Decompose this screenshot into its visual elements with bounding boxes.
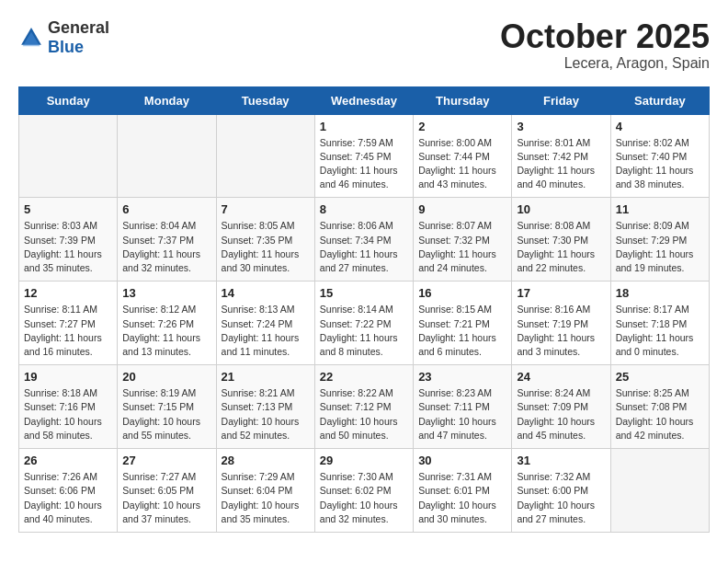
calendar-cell: 15Sunrise: 8:14 AMSunset: 7:22 PMDayligh… [314, 282, 413, 365]
calendar-cell: 29Sunrise: 7:30 AMSunset: 6:02 PMDayligh… [314, 449, 413, 533]
calendar-cell [19, 114, 118, 198]
calendar-cell: 27Sunrise: 7:27 AMSunset: 6:05 PMDayligh… [118, 449, 216, 533]
calendar-cell: 12Sunrise: 8:11 AMSunset: 7:27 PMDayligh… [19, 282, 118, 365]
day-info: Sunrise: 8:08 AMSunset: 7:30 PMDaylight:… [517, 219, 605, 275]
weekday-header: Saturday [610, 86, 709, 114]
day-number: 3 [517, 120, 605, 133]
day-info: Sunrise: 8:09 AMSunset: 7:29 PMDaylight:… [616, 219, 704, 275]
day-info: Sunrise: 8:03 AMSunset: 7:39 PMDaylight:… [24, 219, 112, 275]
day-info: Sunrise: 8:00 AMSunset: 7:44 PMDaylight:… [418, 136, 506, 192]
logo-blue: Blue [48, 38, 84, 56]
day-number: 17 [517, 286, 605, 300]
day-number: 4 [616, 120, 704, 133]
weekday-header: Thursday [414, 86, 512, 114]
calendar-cell: 28Sunrise: 7:29 AMSunset: 6:04 PMDayligh… [216, 449, 314, 533]
calendar-cell: 10Sunrise: 8:08 AMSunset: 7:30 PMDayligh… [512, 198, 610, 282]
calendar-cell [216, 114, 314, 198]
page-header: General Blue October 2025 Lecera, Aragon… [18, 18, 710, 72]
day-number: 8 [320, 202, 408, 216]
calendar-week-row: 19Sunrise: 8:18 AMSunset: 7:16 PMDayligh… [19, 365, 710, 449]
weekday-header: Monday [118, 86, 216, 114]
day-number: 26 [24, 454, 112, 467]
calendar-cell: 20Sunrise: 8:19 AMSunset: 7:15 PMDayligh… [118, 365, 216, 449]
calendar-cell: 22Sunrise: 8:22 AMSunset: 7:12 PMDayligh… [314, 365, 413, 449]
day-number: 11 [616, 202, 704, 216]
day-info: Sunrise: 8:12 AMSunset: 7:26 PMDaylight:… [122, 303, 210, 359]
day-number: 28 [222, 454, 310, 467]
calendar-cell: 5Sunrise: 8:03 AMSunset: 7:39 PMDaylight… [19, 198, 118, 282]
title-block: October 2025 Lecera, Aragon, Spain [500, 18, 710, 72]
calendar-cell: 2Sunrise: 8:00 AMSunset: 7:44 PMDaylight… [414, 114, 512, 198]
day-number: 31 [517, 454, 605, 467]
weekday-header: Wednesday [314, 86, 413, 114]
calendar-table: SundayMondayTuesdayWednesdayThursdayFrid… [18, 86, 710, 533]
day-number: 7 [222, 202, 310, 216]
calendar-cell: 31Sunrise: 7:32 AMSunset: 6:00 PMDayligh… [512, 449, 610, 533]
calendar-cell: 23Sunrise: 8:23 AMSunset: 7:11 PMDayligh… [414, 365, 512, 449]
day-info: Sunrise: 8:05 AMSunset: 7:35 PMDaylight:… [222, 219, 310, 275]
day-number: 21 [222, 370, 310, 384]
calendar-body: 1Sunrise: 7:59 AMSunset: 7:45 PMDaylight… [19, 114, 710, 532]
calendar-cell: 16Sunrise: 8:15 AMSunset: 7:21 PMDayligh… [414, 282, 512, 365]
day-info: Sunrise: 8:04 AMSunset: 7:37 PMDaylight:… [122, 219, 210, 275]
calendar-week-row: 26Sunrise: 7:26 AMSunset: 6:06 PMDayligh… [19, 449, 710, 533]
logo-icon [18, 25, 44, 51]
calendar-cell: 9Sunrise: 8:07 AMSunset: 7:32 PMDaylight… [414, 198, 512, 282]
day-info: Sunrise: 8:07 AMSunset: 7:32 PMDaylight:… [418, 219, 506, 275]
day-number: 27 [122, 454, 210, 467]
day-info: Sunrise: 7:31 AMSunset: 6:01 PMDaylight:… [418, 470, 506, 526]
day-info: Sunrise: 7:26 AMSunset: 6:06 PMDaylight:… [24, 470, 112, 526]
day-info: Sunrise: 7:27 AMSunset: 6:05 PMDaylight:… [122, 470, 210, 526]
calendar-cell: 18Sunrise: 8:17 AMSunset: 7:18 PMDayligh… [610, 282, 709, 365]
day-info: Sunrise: 8:02 AMSunset: 7:40 PMDaylight:… [616, 136, 704, 192]
day-number: 16 [418, 286, 506, 300]
calendar-cell [610, 449, 709, 533]
day-info: Sunrise: 7:30 AMSunset: 6:02 PMDaylight:… [320, 470, 408, 526]
day-info: Sunrise: 8:17 AMSunset: 7:18 PMDaylight:… [616, 303, 704, 359]
calendar-cell: 13Sunrise: 8:12 AMSunset: 7:26 PMDayligh… [118, 282, 216, 365]
calendar-cell: 3Sunrise: 8:01 AMSunset: 7:42 PMDaylight… [512, 114, 610, 198]
day-number: 20 [122, 370, 210, 384]
logo-general: General [48, 18, 109, 37]
day-info: Sunrise: 8:11 AMSunset: 7:27 PMDaylight:… [24, 303, 112, 359]
calendar-week-row: 5Sunrise: 8:03 AMSunset: 7:39 PMDaylight… [19, 198, 710, 282]
day-number: 15 [320, 286, 408, 300]
calendar-week-row: 12Sunrise: 8:11 AMSunset: 7:27 PMDayligh… [19, 282, 710, 365]
day-info: Sunrise: 8:16 AMSunset: 7:19 PMDaylight:… [517, 303, 605, 359]
day-info: Sunrise: 8:13 AMSunset: 7:24 PMDaylight:… [222, 303, 310, 359]
day-info: Sunrise: 8:19 AMSunset: 7:15 PMDaylight:… [122, 386, 210, 442]
day-number: 25 [616, 370, 704, 384]
day-info: Sunrise: 8:14 AMSunset: 7:22 PMDaylight:… [320, 303, 408, 359]
day-number: 24 [517, 370, 605, 384]
calendar-week-row: 1Sunrise: 7:59 AMSunset: 7:45 PMDaylight… [19, 114, 710, 198]
day-info: Sunrise: 8:22 AMSunset: 7:12 PMDaylight:… [320, 386, 408, 442]
calendar-cell: 6Sunrise: 8:04 AMSunset: 7:37 PMDaylight… [118, 198, 216, 282]
logo: General Blue [18, 18, 109, 57]
calendar-cell: 4Sunrise: 8:02 AMSunset: 7:40 PMDaylight… [610, 114, 709, 198]
weekday-header: Sunday [19, 86, 118, 114]
calendar-cell [118, 114, 216, 198]
calendar-cell: 8Sunrise: 8:06 AMSunset: 7:34 PMDaylight… [314, 198, 413, 282]
day-number: 29 [320, 454, 408, 467]
calendar-cell: 24Sunrise: 8:24 AMSunset: 7:09 PMDayligh… [512, 365, 610, 449]
day-info: Sunrise: 7:59 AMSunset: 7:45 PMDaylight:… [320, 136, 408, 192]
day-number: 12 [24, 286, 112, 300]
day-info: Sunrise: 8:24 AMSunset: 7:09 PMDaylight:… [517, 386, 605, 442]
day-number: 1 [320, 120, 408, 133]
weekday-row: SundayMondayTuesdayWednesdayThursdayFrid… [19, 86, 710, 114]
day-info: Sunrise: 8:21 AMSunset: 7:13 PMDaylight:… [222, 386, 310, 442]
day-info: Sunrise: 8:15 AMSunset: 7:21 PMDaylight:… [418, 303, 506, 359]
calendar-cell: 14Sunrise: 8:13 AMSunset: 7:24 PMDayligh… [216, 282, 314, 365]
day-info: Sunrise: 7:29 AMSunset: 6:04 PMDaylight:… [222, 470, 310, 526]
day-number: 22 [320, 370, 408, 384]
day-number: 5 [24, 202, 112, 216]
calendar-cell: 26Sunrise: 7:26 AMSunset: 6:06 PMDayligh… [19, 449, 118, 533]
weekday-header: Tuesday [216, 86, 314, 114]
weekday-header: Friday [512, 86, 610, 114]
day-info: Sunrise: 8:25 AMSunset: 7:08 PMDaylight:… [616, 386, 704, 442]
day-info: Sunrise: 8:23 AMSunset: 7:11 PMDaylight:… [418, 386, 506, 442]
calendar-cell: 1Sunrise: 7:59 AMSunset: 7:45 PMDaylight… [314, 114, 413, 198]
calendar-cell: 11Sunrise: 8:09 AMSunset: 7:29 PMDayligh… [610, 198, 709, 282]
calendar-header: SundayMondayTuesdayWednesdayThursdayFrid… [19, 86, 710, 114]
day-number: 30 [418, 454, 506, 467]
